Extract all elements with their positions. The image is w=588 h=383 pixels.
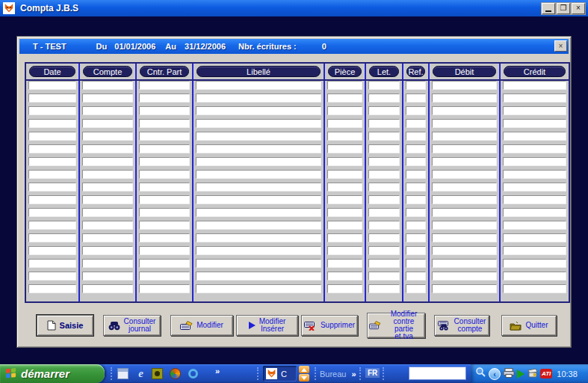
column-header[interactable]: Libellé [196, 66, 321, 77]
cell[interactable] [432, 284, 497, 293]
cell[interactable] [139, 195, 190, 204]
cell[interactable] [368, 183, 400, 192]
cell[interactable] [196, 195, 321, 204]
play-status-icon[interactable] [517, 370, 524, 379]
cell[interactable] [82, 157, 133, 166]
column-header[interactable]: Débit [433, 66, 496, 77]
cell[interactable] [139, 233, 190, 242]
cell[interactable] [368, 233, 400, 242]
cell[interactable] [82, 208, 133, 217]
cell[interactable] [28, 144, 76, 153]
device-icon[interactable] [527, 367, 538, 381]
cell[interactable] [196, 170, 321, 179]
cell[interactable] [503, 170, 566, 179]
scroll-up-button[interactable] [299, 366, 309, 373]
cell[interactable] [368, 170, 400, 179]
cell[interactable] [82, 221, 133, 230]
cell[interactable] [503, 272, 566, 281]
cell[interactable] [196, 144, 321, 153]
cell[interactable] [327, 132, 362, 141]
cell[interactable] [327, 208, 362, 217]
cell[interactable] [82, 119, 133, 128]
cell[interactable] [503, 144, 566, 153]
cell[interactable] [28, 284, 76, 293]
quicktime-icon[interactable] [187, 367, 199, 380]
cell[interactable] [139, 132, 190, 141]
cell[interactable] [82, 106, 133, 115]
cell[interactable] [196, 81, 321, 90]
cell[interactable] [503, 119, 566, 128]
cell[interactable] [368, 208, 400, 217]
cell[interactable] [406, 259, 426, 268]
cell[interactable] [368, 259, 400, 268]
consulter-compte-button[interactable]: Consulter compte [434, 315, 489, 336]
cell[interactable] [406, 246, 426, 255]
bureau-overflow-chevron[interactable]: » [351, 370, 356, 379]
cell[interactable] [503, 157, 566, 166]
cell[interactable] [368, 157, 400, 166]
close-button[interactable]: × [572, 3, 585, 14]
cell[interactable] [432, 272, 497, 281]
cell[interactable] [432, 144, 497, 153]
window-icon[interactable] [117, 367, 129, 380]
cell[interactable] [368, 272, 400, 281]
cell[interactable] [82, 195, 133, 204]
cell[interactable] [28, 94, 76, 102]
cell[interactable] [432, 208, 497, 217]
cell[interactable] [28, 81, 76, 90]
cell[interactable] [432, 94, 497, 102]
modifier-inserer-button[interactable]: Modifier Insérer [236, 315, 298, 336]
cell[interactable] [139, 106, 190, 115]
cell[interactable] [139, 208, 190, 217]
cell[interactable] [368, 94, 400, 102]
cell[interactable] [503, 183, 566, 192]
image-viewer-icon[interactable] [151, 367, 164, 380]
cell[interactable] [196, 259, 321, 268]
cell[interactable] [327, 119, 362, 128]
cell[interactable] [28, 246, 76, 255]
cell[interactable] [327, 272, 362, 281]
column-header[interactable]: Let. [369, 66, 399, 77]
hide-icons-chevron[interactable]: ‹ [489, 368, 501, 380]
cell[interactable] [432, 106, 497, 115]
column-header[interactable]: Crédit [504, 66, 566, 77]
saisie-button[interactable]: Saisie [37, 315, 93, 336]
cell[interactable] [368, 144, 400, 153]
toolbar-separator[interactable] [111, 367, 112, 380]
modifier-contre-partie-button[interactable]: Modifier contre partie et tva [367, 313, 425, 338]
cell[interactable] [406, 233, 426, 242]
start-button[interactable]: démarrer [0, 364, 105, 383]
cell[interactable] [139, 144, 190, 153]
cell[interactable] [196, 233, 321, 242]
cell[interactable] [406, 272, 426, 281]
cell[interactable] [368, 81, 400, 90]
cell[interactable] [406, 221, 426, 230]
cell[interactable] [406, 94, 426, 102]
bureau-toolbar[interactable]: Bureau » [320, 364, 356, 383]
cell[interactable] [28, 106, 76, 115]
cell[interactable] [139, 259, 190, 268]
cell[interactable] [82, 183, 133, 192]
column-header[interactable]: Compte [83, 66, 132, 77]
cell[interactable] [196, 208, 321, 217]
quitter-button[interactable]: Quitter [501, 315, 557, 336]
cell[interactable] [139, 221, 190, 230]
cell[interactable] [368, 221, 400, 230]
cell[interactable] [327, 195, 362, 204]
cell[interactable] [432, 183, 497, 192]
restore-button[interactable]: ❐ [557, 3, 570, 14]
cell[interactable] [139, 284, 190, 293]
cell[interactable] [82, 246, 133, 255]
cell[interactable] [368, 195, 400, 204]
cell[interactable] [82, 233, 133, 242]
cell[interactable] [503, 221, 566, 230]
cell[interactable] [368, 246, 400, 255]
toolbar-separator[interactable] [315, 367, 316, 380]
cell[interactable] [28, 272, 76, 281]
supprimer-button[interactable]: Supprimer [301, 315, 358, 336]
cell[interactable] [406, 195, 426, 204]
cell[interactable] [28, 157, 76, 166]
toolbar-separator[interactable] [257, 367, 259, 380]
cell[interactable] [503, 246, 566, 255]
quick-launch-overflow-chevron[interactable]: » [215, 367, 220, 376]
